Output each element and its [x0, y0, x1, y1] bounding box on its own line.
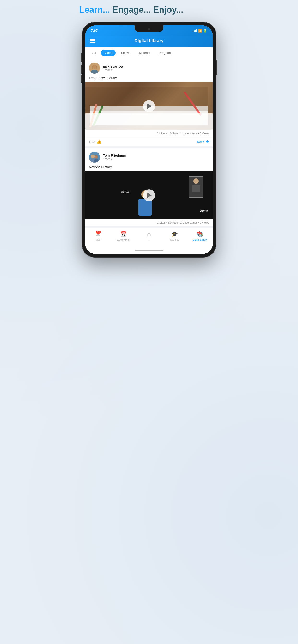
tagline: Learn... Engage... Enjoy... — [75, 5, 224, 15]
nav-label-courses: Courses — [170, 238, 179, 241]
nav-item-weekly-plan[interactable]: 📅 Weekly Plan — [111, 231, 136, 241]
tab-shows[interactable]: Shows — [117, 50, 134, 56]
post-stats-1: 2 Likes • 4.0 Rate • 1 Understands • 0 V… — [85, 130, 213, 137]
filter-tabs: All Video Shows Material Programs — [85, 47, 213, 59]
status-bar: 7:07 📶 🔋 — [85, 26, 213, 36]
home-indicator — [85, 246, 213, 254]
svg-point-3 — [92, 65, 97, 69]
avatar-jack-image — [89, 62, 100, 74]
video-thumbnail-2[interactable]: Age 19 Age 47 — [85, 171, 213, 219]
thumbs-up-icon-1: 👍 — [97, 140, 101, 144]
post-meta-1: jack sparrow 1 week — [103, 64, 123, 72]
svg-point-8 — [94, 159, 99, 163]
header-title: Digital Library — [134, 38, 163, 43]
tagline-rest: Engage... Enjoy... — [110, 5, 183, 14]
hamburger-menu[interactable] — [90, 39, 95, 43]
post-card-1: jack sparrow 1 week Learn how to draw — [85, 59, 213, 148]
nav-label-weekly-plan: Weekly Plan — [117, 238, 130, 241]
phone-inner: 7:07 📶 🔋 — [85, 26, 213, 254]
like-button-1[interactable]: Like 👍 — [89, 140, 101, 144]
nav-item-home[interactable]: ⌂ ● — [136, 230, 162, 242]
wifi-icon: 📶 — [198, 29, 202, 32]
post-card-2: Tom Friedman 1 week Nations History. — [85, 148, 213, 228]
rate-button-1[interactable]: Rate ★ — [197, 140, 209, 144]
post-actions-1: Like 👍 Rate ★ — [85, 137, 213, 146]
tab-programs[interactable]: Programs — [156, 50, 176, 56]
notch — [135, 26, 163, 32]
tab-all[interactable]: All — [89, 50, 99, 56]
status-time: 7:07 — [91, 29, 98, 32]
courses-icon: 🎓 — [171, 231, 178, 238]
tagline-learn: Learn... — [79, 5, 110, 14]
age-47-label: Age 47 — [200, 210, 208, 212]
post-title-2: Nations History. — [85, 165, 213, 171]
app-header: Digital Library — [85, 36, 213, 47]
nav-item-courses[interactable]: 🎓 Courses — [162, 231, 187, 241]
age-19-label: Age 19 — [121, 190, 129, 193]
mail-badge: 11 — [96, 231, 101, 234]
page-wrapper: Learn... Engage... Enjoy... 7:07 — [75, 5, 224, 257]
post-title-1: Learn how to draw — [85, 76, 213, 82]
play-button-1[interactable] — [143, 100, 155, 112]
phone-frame: 7:07 📶 🔋 — [82, 22, 216, 257]
avatar-tom — [89, 152, 100, 163]
post-stats-2: 1 Likes • 5.0 Rate • 1 Understands • 0 V… — [85, 219, 213, 226]
bottom-nav: ✉ 11 Mail 📅 Weekly Plan ⌂ ● 🎓 Courses — [85, 228, 213, 246]
svg-point-9 — [91, 155, 95, 158]
nav-label-mail: Mail — [96, 238, 100, 241]
nav-label-digital-library: Digital Library — [193, 238, 207, 241]
post-time-2: 1 week — [103, 158, 126, 161]
home-icon: ⌂ — [147, 230, 151, 238]
avatar-tom-image — [89, 152, 100, 163]
play-button-2[interactable] — [143, 189, 155, 201]
post-time-1: 1 week — [103, 68, 123, 72]
avatar-jack — [89, 62, 100, 74]
status-icons: 📶 🔋 — [193, 29, 207, 32]
post-header-1: jack sparrow 1 week — [85, 59, 213, 76]
post-meta-2: Tom Friedman 1 week — [103, 154, 126, 161]
post-author-1: jack sparrow — [103, 64, 123, 68]
svg-point-10 — [95, 156, 98, 158]
nav-label-home: ● — [148, 239, 150, 242]
nav-item-mail[interactable]: ✉ 11 Mail — [85, 231, 111, 241]
notch-camera — [148, 28, 150, 30]
battery-icon: 🔋 — [203, 29, 207, 32]
weekly-plan-icon: 📅 — [120, 231, 127, 238]
video-thumbnail-1[interactable] — [85, 82, 213, 130]
content-area: jack sparrow 1 week Learn how to draw — [85, 59, 213, 228]
nav-item-digital-library[interactable]: 📚 Digital Library — [187, 231, 213, 241]
post-author-2: Tom Friedman — [103, 154, 126, 158]
tab-material[interactable]: Material — [136, 50, 154, 56]
digital-library-icon: 📚 — [197, 231, 203, 238]
post-header-2: Tom Friedman 1 week — [85, 148, 213, 165]
signal-icon — [193, 29, 197, 32]
star-icon-1: ★ — [206, 140, 209, 144]
portrait-right — [189, 176, 203, 198]
tab-video[interactable]: Video — [101, 50, 116, 56]
